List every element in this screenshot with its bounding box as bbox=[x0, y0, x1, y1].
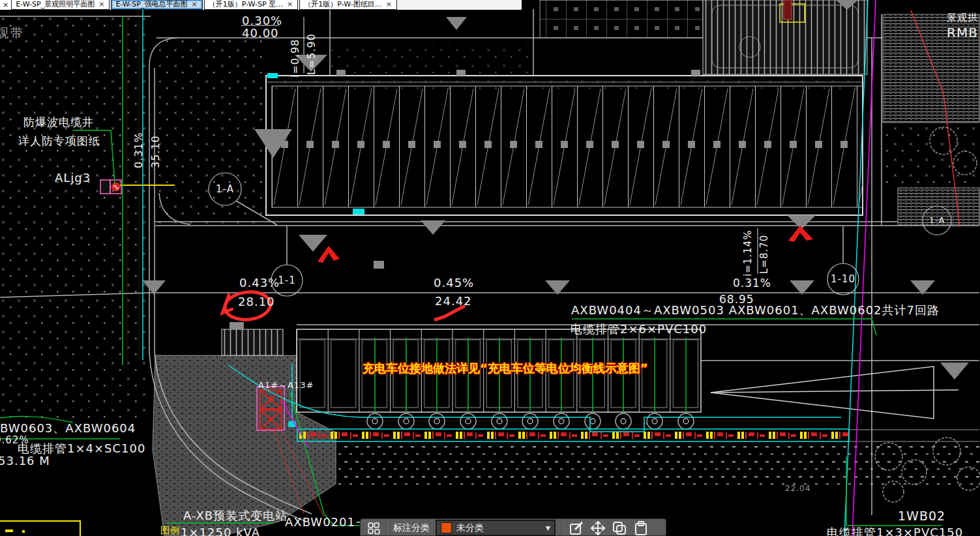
grate bbox=[222, 329, 283, 355]
parking-tick-strip bbox=[297, 429, 849, 441]
label-pile-range: A1#～A13# bbox=[258, 380, 314, 391]
edit-annotation-button[interactable] bbox=[569, 520, 584, 536]
edit-icon bbox=[569, 520, 584, 536]
label-i-098: i=0.98 bbox=[289, 39, 301, 78]
label-len-2204: 22.04 bbox=[785, 484, 810, 493]
label-len-2442: 24.42 bbox=[435, 294, 472, 308]
label-blast-well-1: 防爆波电缆井 bbox=[23, 115, 94, 130]
paste-icon bbox=[633, 520, 649, 536]
label-slope-043: 0.43% bbox=[239, 276, 280, 290]
chevron-down-icon: ▼ bbox=[546, 525, 550, 531]
close-icon[interactable]: × bbox=[190, 0, 198, 9]
axis-bubble-1-a: 1-A bbox=[213, 183, 237, 195]
tab-landscape-lighting[interactable]: E-W-SP_景观照明平面图 × bbox=[11, 0, 110, 10]
label-len-5316: 53.16 M bbox=[0, 454, 50, 468]
label-substation: A-XB预装式变电站 bbox=[183, 508, 288, 524]
copy-icon bbox=[612, 520, 627, 536]
tab-label: E-W-SP_景观照明平面图 bbox=[16, 0, 95, 9]
roof-grid bbox=[540, 0, 703, 38]
label-top-right-2: RMB bbox=[947, 25, 978, 40]
tab-drawing-index[interactable]: （开1版）P-W-图纸目… × bbox=[299, 0, 397, 10]
close-icon[interactable]: × bbox=[385, 0, 393, 9]
category-label: 标注分类 bbox=[393, 522, 430, 534]
toolbar-divider bbox=[561, 522, 563, 534]
drawing-tab-bar: × E-W-SP_景观照明平面图 × E-W-SP_强电总平面图 × （开1版）… bbox=[0, 0, 522, 10]
building-bays bbox=[272, 86, 863, 207]
tab-overflow-close-icon[interactable]: × bbox=[0, 0, 11, 10]
tab-label: （开1版）P-W-SP 至… bbox=[209, 0, 283, 9]
annotation-toolbar: 标注分类 未分类 ▼ bbox=[360, 518, 666, 536]
axis-bubble-1-a-right: 1-A bbox=[925, 215, 949, 225]
cad-window: 观带 防爆波电缆井 详人防专项图纸 ALjg3 0.31% 35.10 0.30… bbox=[0, 0, 980, 536]
tab-label: （开1版）P-W-图纸目… bbox=[304, 0, 381, 9]
label-legend: 图例 bbox=[160, 525, 180, 536]
label-greenbelt: 观带 bbox=[0, 25, 25, 42]
label-capacity: 1×1250 kVA bbox=[181, 526, 260, 536]
label-aljg3: ALjg3 bbox=[55, 171, 91, 185]
green-area-left bbox=[0, 16, 151, 419]
label-i-114: i=1.14% bbox=[742, 230, 754, 276]
grid-icon bbox=[367, 522, 380, 535]
close-icon[interactable]: × bbox=[98, 0, 105, 9]
label-top-right-1: 景观拱 bbox=[947, 12, 978, 24]
label-len-4000: 40.00 bbox=[242, 26, 279, 40]
category-grid-button[interactable] bbox=[367, 522, 380, 535]
category-color-swatch bbox=[441, 522, 452, 533]
label-blast-well-2: 详人防专项图纸 bbox=[18, 134, 100, 149]
label-ev-grounding-note: 充电车位接地做法详见“充电车位等电位均衡线示意图” bbox=[363, 361, 648, 376]
label-slope-031-right: 0.31% bbox=[733, 276, 771, 290]
move-button[interactable] bbox=[590, 520, 606, 536]
label-slope-045: 0.45% bbox=[434, 276, 474, 290]
close-icon[interactable]: × bbox=[286, 0, 293, 9]
label-cable-bottom-right: 电缆排管1×3×PVC150 bbox=[827, 525, 963, 536]
label-cable-right-1: AXBW0404～AXBW0503 AXBW0601、AXBW0602共计7回路 bbox=[571, 303, 940, 318]
tab-pwsp[interactable]: （开1版）P-W-SP 至… × bbox=[204, 0, 299, 10]
category-dropdown[interactable]: 未分类 ▼ bbox=[436, 520, 556, 536]
paste-button[interactable] bbox=[633, 520, 649, 536]
label-cable-right-2: 电缆排管2×6×PVC100 bbox=[571, 321, 707, 337]
label-1wb02: 1WB02 bbox=[898, 509, 945, 523]
label-len-3510: 35.10 bbox=[149, 135, 162, 168]
label-slope-030: 0.30% bbox=[242, 14, 282, 27]
label-axbw0201: AXBW0201~ bbox=[285, 515, 366, 529]
label-len-2810: 28.10 bbox=[238, 295, 275, 308]
axis-bubble-1-10: 1-10 bbox=[829, 273, 857, 285]
label-l-590: L=5.90 bbox=[305, 33, 318, 75]
toolbar-divider bbox=[386, 522, 387, 534]
category-value: 未分类 bbox=[456, 522, 484, 534]
label-l-870: L=8.70 bbox=[758, 235, 770, 274]
axis-bubble-1-1: 1-1 bbox=[275, 275, 299, 286]
tab-label: E-W-SP_强电总平面图 bbox=[115, 0, 187, 9]
move-icon bbox=[590, 520, 606, 536]
drawing-canvas[interactable] bbox=[0, 0, 980, 536]
tab-power-plan[interactable]: E-W-SP_强电总平面图 × bbox=[111, 0, 202, 10]
label-slope-031-left: 0.31% bbox=[132, 132, 145, 168]
copy-button[interactable] bbox=[612, 520, 627, 536]
plan-drawing bbox=[0, 0, 980, 536]
